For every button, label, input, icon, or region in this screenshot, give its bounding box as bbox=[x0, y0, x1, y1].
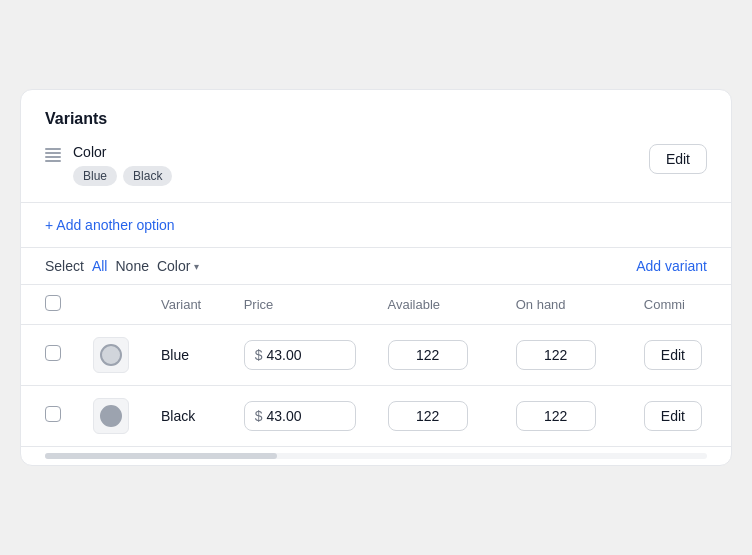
row-name-cell: Blue bbox=[145, 325, 228, 386]
row-name-cell: Black bbox=[145, 386, 228, 447]
option-tags: Blue Black bbox=[73, 166, 172, 186]
row-onhand-cell bbox=[500, 325, 628, 386]
card-title: Variants bbox=[45, 110, 707, 128]
row-edit-button-black[interactable]: Edit bbox=[644, 401, 702, 431]
add-variant-button[interactable]: Add variant bbox=[636, 258, 707, 274]
row-available-cell bbox=[372, 386, 500, 447]
variant-name-blue: Blue bbox=[161, 347, 189, 363]
col-checkbox bbox=[21, 285, 77, 325]
variant-thumb-blue bbox=[93, 337, 129, 373]
color-edit-button[interactable]: Edit bbox=[649, 144, 707, 174]
none-button[interactable]: None bbox=[115, 258, 148, 274]
color-dropdown-button[interactable]: Color ▾ bbox=[157, 258, 199, 274]
row-edit-button-blue[interactable]: Edit bbox=[644, 340, 702, 370]
row-checkbox-blue[interactable] bbox=[45, 345, 61, 361]
variant-name-black: Black bbox=[161, 408, 195, 424]
all-button[interactable]: All bbox=[92, 258, 108, 274]
toolbar-left: Select All None Color ▾ bbox=[45, 258, 199, 274]
color-dropdown-label: Color bbox=[157, 258, 190, 274]
select-label: Select bbox=[45, 258, 84, 274]
col-committed: Commi bbox=[628, 285, 731, 325]
price-input-wrap-blue: $ bbox=[244, 340, 356, 370]
price-input-black[interactable] bbox=[266, 408, 326, 424]
price-input-blue[interactable] bbox=[266, 347, 326, 363]
table-row: Black $ Edit bbox=[21, 386, 731, 447]
variant-thumb-black bbox=[93, 398, 129, 434]
option-name: Color bbox=[73, 144, 172, 160]
thumb-inner-blue bbox=[100, 344, 122, 366]
col-available: Available bbox=[372, 285, 500, 325]
row-onhand-cell bbox=[500, 386, 628, 447]
row-thumb-cell bbox=[77, 386, 145, 447]
scrollbar-track bbox=[45, 453, 707, 459]
row-edit-cell: Edit bbox=[628, 325, 731, 386]
available-input-blue[interactable] bbox=[388, 340, 468, 370]
price-symbol-black: $ bbox=[255, 408, 263, 424]
option-info: Color Blue Black bbox=[73, 144, 172, 186]
col-price: Price bbox=[228, 285, 372, 325]
variants-table: Variant Price Available On hand Commi bbox=[21, 285, 731, 446]
table-row: Blue $ Edit bbox=[21, 325, 731, 386]
card-header: Variants Color Blue Black Edit bbox=[21, 90, 731, 202]
price-input-wrap-black: $ bbox=[244, 401, 356, 431]
toolbar-row: Select All None Color ▾ Add variant bbox=[21, 247, 731, 284]
variant-option-left: Color Blue Black bbox=[45, 144, 172, 186]
row-thumb-cell bbox=[77, 325, 145, 386]
onhand-input-blue[interactable] bbox=[516, 340, 596, 370]
tag-black: Black bbox=[123, 166, 172, 186]
scrollbar-row bbox=[21, 446, 731, 465]
scrollbar-thumb[interactable] bbox=[45, 453, 277, 459]
col-on-hand: On hand bbox=[500, 285, 628, 325]
row-edit-cell: Edit bbox=[628, 386, 731, 447]
col-thumb bbox=[77, 285, 145, 325]
col-variant: Variant bbox=[145, 285, 228, 325]
variant-option-row: Color Blue Black Edit bbox=[45, 144, 707, 186]
available-input-black[interactable] bbox=[388, 401, 468, 431]
row-checkbox-cell bbox=[21, 325, 77, 386]
variants-table-wrapper: Variant Price Available On hand Commi bbox=[21, 284, 731, 446]
price-symbol-blue: $ bbox=[255, 347, 263, 363]
row-available-cell bbox=[372, 325, 500, 386]
select-all-checkbox[interactable] bbox=[45, 295, 61, 311]
row-checkbox-cell bbox=[21, 386, 77, 447]
thumb-inner-black bbox=[100, 405, 122, 427]
row-price-cell: $ bbox=[228, 325, 372, 386]
variants-card: Variants Color Blue Black Edit + Add ano… bbox=[20, 89, 732, 466]
row-price-cell: $ bbox=[228, 386, 372, 447]
row-checkbox-black[interactable] bbox=[45, 406, 61, 422]
add-option-row: + Add another option bbox=[21, 203, 731, 247]
drag-handle[interactable] bbox=[45, 144, 61, 162]
add-option-button[interactable]: + Add another option bbox=[45, 217, 175, 233]
tag-blue: Blue bbox=[73, 166, 117, 186]
onhand-input-black[interactable] bbox=[516, 401, 596, 431]
chevron-down-icon: ▾ bbox=[194, 261, 199, 272]
